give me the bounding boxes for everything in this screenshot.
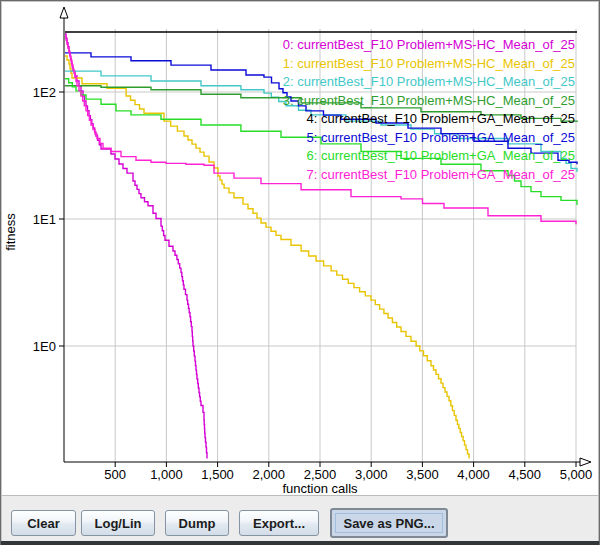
- legend-entry-2: 2: currentBest_F10 Problem+MS-HC_Mean_of…: [283, 73, 575, 92]
- legend-entry-6: 6: currentBest_F10 Problem+GA_Mean_of_25: [283, 147, 575, 166]
- x-axis-label: function calls: [282, 481, 358, 495]
- legend-entry-3: 3: currentBest_F10 Problem+MS-HC_Mean_of…: [283, 92, 575, 111]
- plot-window: 1E21E11E05001,0001,5002,0002,5003,0003,5…: [0, 0, 600, 545]
- svg-text:1E1: 1E1: [33, 212, 56, 227]
- svg-text:3,000: 3,000: [355, 467, 388, 482]
- export-button[interactable]: Export...: [239, 510, 319, 536]
- svg-text:4,000: 4,000: [457, 467, 490, 482]
- legend-entry-1: 1: currentBest_F10 Problem+MS-HC_Mean_of…: [283, 55, 575, 74]
- y-axis-label: fitness: [3, 213, 18, 251]
- svg-text:2,500: 2,500: [304, 467, 337, 482]
- save-as-png-button[interactable]: Save as PNG...: [330, 508, 448, 538]
- legend-entry-4: 4: currentBest_F10 Problem+GA_Mean_of_25: [283, 110, 575, 129]
- svg-text:1,000: 1,000: [150, 467, 183, 482]
- svg-text:5,000: 5,000: [560, 467, 593, 482]
- legend-entry-0: 0: currentBest_F10 Problem+MS-HC_Mean_of…: [283, 36, 575, 55]
- svg-text:1,500: 1,500: [201, 467, 234, 482]
- clear-button[interactable]: Clear: [11, 510, 76, 536]
- svg-text:4,500: 4,500: [509, 467, 542, 482]
- log-lin-button[interactable]: Log/Lin: [81, 510, 155, 536]
- dump-button[interactable]: Dump: [165, 510, 229, 536]
- svg-text:1E0: 1E0: [33, 339, 56, 354]
- button-bar: Clear Log/Lin Dump Export... Save as PNG…: [1, 495, 599, 543]
- svg-text:3,500: 3,500: [406, 467, 439, 482]
- plot-panel: 1E21E11E05001,0001,5002,0002,5003,0003,5…: [1, 1, 599, 495]
- window-bottom-edge: [1, 541, 599, 545]
- svg-text:2,000: 2,000: [253, 467, 286, 482]
- chart-legend: 0: currentBest_F10 Problem+MS-HC_Mean_of…: [283, 36, 575, 184]
- svg-text:1E2: 1E2: [33, 85, 56, 100]
- legend-entry-5: 5: currentBest_F10 Problem+GA_Mean_of_25: [283, 129, 575, 148]
- svg-text:500: 500: [104, 467, 126, 482]
- legend-entry-7: 7: currentBest_F10 Problem+GA_Mean_of_25: [283, 166, 575, 185]
